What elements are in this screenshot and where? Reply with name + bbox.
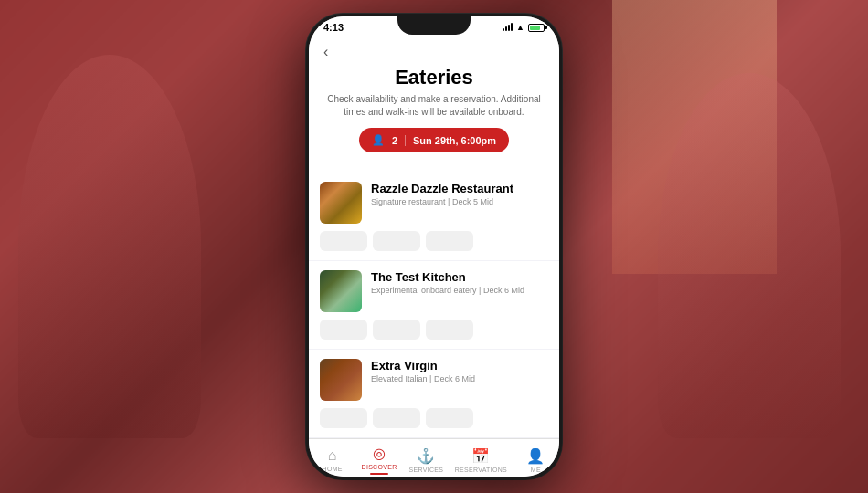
restaurant-card-test-kitchen[interactable]: The Test Kitchen Experimental onboard ea…	[309, 261, 559, 349]
bottom-navigation: ⌂ Home ◎ Discover ⚓ Services 📅 Reser	[309, 438, 559, 477]
time-slot-2[interactable]	[373, 231, 420, 251]
battery-fill	[530, 26, 540, 30]
nav-label-reservations: Reservations	[455, 467, 507, 473]
phone-screen: 4:13 ▲ ‹	[309, 16, 559, 477]
time-slots-virgin	[320, 408, 548, 428]
back-button[interactable]: ‹	[323, 44, 545, 60]
nav-label-services: Services	[409, 467, 444, 473]
nav-item-reservations[interactable]: 📅 Reservations	[455, 447, 507, 473]
me-icon: 👤	[526, 447, 545, 465]
phone-container: 4:13 ▲ ‹	[306, 14, 562, 479]
time-slot-1[interactable]	[320, 408, 367, 428]
nav-item-services[interactable]: ⚓ Services	[408, 447, 444, 473]
nav-item-me[interactable]: 👤 Me	[517, 447, 554, 473]
reservations-icon: 📅	[471, 447, 490, 465]
battery-icon	[528, 24, 545, 32]
restaurant-name: Extra Virgin	[371, 359, 548, 372]
time-slot-3[interactable]	[426, 231, 473, 251]
guests-count: 2	[392, 135, 397, 146]
reservation-datetime: Sun 29th, 6:00pm	[413, 135, 496, 146]
services-icon: ⚓	[417, 447, 435, 465]
time-slot-3[interactable]	[426, 320, 473, 340]
restaurant-header: The Test Kitchen Experimental onboard ea…	[320, 270, 548, 312]
restaurant-card-extra-virgin[interactable]: Extra Virgin Elevated Italian | Deck 6 M…	[309, 350, 559, 437]
nav-label-home: Home	[323, 466, 343, 472]
bg-person-left	[18, 55, 201, 438]
nav-label-discover: Discover	[362, 464, 397, 470]
nav-label-me: Me	[531, 467, 541, 473]
wifi-icon: ▲	[516, 23, 524, 32]
time-slots-kitchen	[320, 320, 548, 340]
restaurant-header: Extra Virgin Elevated Italian | Deck 6 M…	[320, 359, 548, 401]
nav-active-indicator	[370, 473, 388, 475]
time-slot-3[interactable]	[426, 408, 473, 428]
time-slot-1[interactable]	[320, 231, 367, 251]
signal-icon	[503, 24, 513, 31]
phone-notch	[397, 16, 471, 35]
app-content: ‹ Eateries Check availability and make a…	[309, 37, 559, 477]
restaurant-info: Razzle Dazzle Restaurant Signature resta…	[371, 182, 548, 224]
time-slots-razzle	[320, 231, 548, 251]
bg-person-right	[658, 73, 841, 438]
status-time: 4:13	[323, 22, 344, 33]
nav-item-discover[interactable]: ◎ Discover	[361, 445, 397, 475]
pill-divider	[405, 135, 406, 146]
discover-icon: ◎	[373, 445, 386, 462]
restaurant-info: The Test Kitchen Experimental onboard ea…	[371, 270, 548, 312]
time-slot-1[interactable]	[320, 320, 367, 340]
restaurant-description: Elevated Italian | Deck 6 Mid	[371, 374, 548, 385]
page-subtitle: Check availability and make a reservatio…	[323, 93, 545, 119]
restaurant-name: Razzle Dazzle Restaurant	[371, 182, 548, 195]
time-slot-2[interactable]	[373, 408, 420, 428]
guests-icon: 👤	[372, 134, 385, 146]
home-icon: ⌂	[328, 447, 337, 464]
restaurant-list: Razzle Dazzle Restaurant Signature resta…	[309, 173, 559, 438]
restaurant-thumbnail-kitchen	[320, 270, 362, 312]
restaurant-thumbnail-virgin	[320, 359, 362, 401]
restaurant-name: The Test Kitchen	[371, 270, 548, 284]
restaurant-thumbnail-razzle	[320, 182, 362, 224]
reservation-pill[interactable]: 👤 2 Sun 29th, 6:00pm	[359, 128, 509, 152]
restaurant-description: Signature restaurant | Deck 5 Mid	[371, 197, 548, 208]
restaurant-description: Experimental onboard eatery | Deck 6 Mid	[371, 286, 548, 297]
nav-item-home[interactable]: ⌂ Home	[314, 447, 351, 472]
status-icons: ▲	[503, 23, 545, 32]
phone-frame: 4:13 ▲ ‹	[306, 14, 562, 479]
restaurant-header: Razzle Dazzle Restaurant Signature resta…	[320, 182, 548, 224]
restaurant-info: Extra Virgin Elevated Italian | Deck 6 M…	[371, 359, 548, 401]
time-slot-2[interactable]	[373, 320, 420, 340]
app-header: ‹ Eateries Check availability and make a…	[309, 37, 559, 173]
restaurant-card-razzle-dazzle[interactable]: Razzle Dazzle Restaurant Signature resta…	[309, 173, 559, 260]
page-title: Eateries	[323, 66, 545, 89]
